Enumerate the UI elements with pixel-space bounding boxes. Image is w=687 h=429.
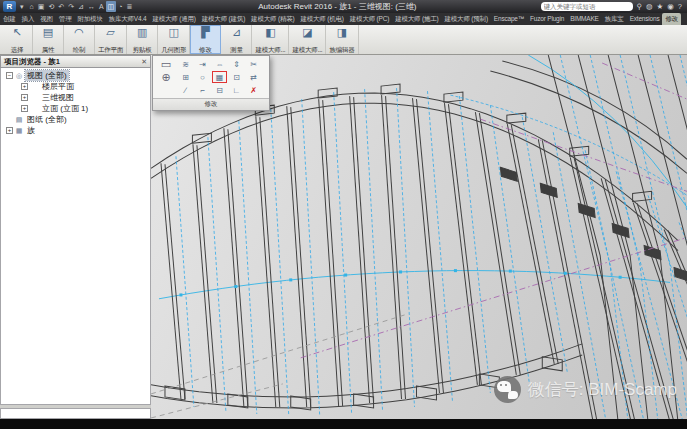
ribbon: ↖ 选择 ▤ 属性 ◠ 绘制 ▱ 工作平面 ▥ 剪贴板 ◫ 几何图形 ▛ 修改 … [0,25,687,55]
infocenter-search[interactable] [541,2,633,11]
qat-icon[interactable]: ▣ [36,1,47,12]
browser-tree-item[interactable]: − ◎ 视图 (全部) [1,70,150,81]
qat-icon[interactable]: ⊿ [76,1,86,12]
browser-tree-item[interactable]: + ▦ 族 [1,125,150,136]
ribbon-button-icon: ◫ [169,26,179,39]
qat-icon[interactable]: A [97,1,106,12]
qat-icon[interactable]: ↶ [56,1,66,12]
revit-window: R ▾ ⌂▣⟲↶↷⊿↔A◫◔≣ Autodesk Revit 2016 - 族1… [0,0,687,429]
ribbon-button-icon: ↖ [12,26,21,39]
tree-item-label: 族 [25,125,37,136]
ribbon-tab[interactable]: 视图 [37,13,56,25]
tree-expander-icon[interactable]: + [6,127,13,134]
infocenter-icon[interactable]: ◉ [665,2,676,11]
ribbon-panel-button[interactable]: ◧ 建模大师... [252,25,289,54]
qat-icon[interactable]: ↷ [66,1,76,12]
ribbon-tab[interactable]: 建模大师 (预制) [442,13,491,25]
browser-tree-item[interactable]: + 三维视图 [1,92,150,103]
modify-tool-icon[interactable]: ⊕ [156,71,176,83]
tree-expander-icon[interactable]: + [21,105,28,112]
ribbon-tab[interactable]: BIMMAKE [567,13,602,25]
modify-tool-icon[interactable]: ⊟ [212,84,227,96]
wechat-icon [494,376,521,403]
modify-tool-icon[interactable]: ∕ [178,84,193,96]
project-browser-header[interactable]: 项目浏览器 - 族1 ✕ [0,55,151,68]
ribbon-tab[interactable]: 创建 [0,13,19,25]
browser-tree-item[interactable]: + 立面 (立面 1) [1,103,150,114]
close-icon[interactable]: ✕ [141,58,147,66]
tree-expander-icon[interactable]: + [21,83,28,90]
browser-tree-item[interactable]: + 楼层平面 [1,81,150,92]
modify-tool-icon[interactable]: ⇔ [212,58,227,70]
ribbon-button-icon: ▱ [106,26,114,39]
search-input[interactable] [544,3,630,10]
infocenter-icon[interactable]: ? [676,2,684,11]
infocenter-icon[interactable]: ⚲ [635,2,645,11]
modify-tool-icon[interactable]: ∟ [229,84,244,96]
ribbon-panel-button[interactable]: ▱ 工作平面 [95,25,127,54]
app-menu-arrow-icon[interactable]: ▾ [18,1,26,12]
ribbon-tab[interactable]: 建模大师 (通用) [149,13,198,25]
modify-tool-icon[interactable]: ✗ [246,84,261,96]
modify-tool-icon[interactable]: ⌐ [195,84,210,96]
work-area: 项目浏览器 - 族1 ✕ − ◎ 视图 (全部) + 楼层平面 + 三维视图 [0,55,687,419]
ribbon-button-label: 族编辑器 [329,45,354,54]
ribbon-tab[interactable]: 建模大师 (PC) [347,13,392,25]
modify-tool-icon[interactable]: ▦ [212,71,227,83]
qat-icon[interactable]: ↔ [86,1,97,12]
ribbon-tab[interactable]: 族库宝 [602,13,627,25]
ribbon-button-icon: ◧ [265,26,275,39]
infocenter-icons: ⚲◍★◉? [635,2,685,11]
ribbon-button-label: 建模大师... [292,45,322,54]
infocenter-icon[interactable]: ★ [655,2,666,11]
qat-icon[interactable]: ◔ [116,1,124,12]
bottom-bar [0,419,687,429]
tree-expander-icon[interactable]: − [6,72,13,79]
tree-expander-icon[interactable] [6,116,13,123]
drawing-area[interactable]: ▭≋⇥⇔⇕✂⊕⊞○▦⊡⇄∕⌐⊟∟✗ 修改 微信号: BIM-Scamp [151,55,687,419]
qat-icon[interactable]: ⟲ [46,1,56,12]
tree-item-icon: ▦ [15,127,23,135]
modify-tool-icon[interactable]: ○ [195,71,210,83]
modify-tool-icon[interactable]: ⇄ [246,71,261,83]
ribbon-tab[interactable]: 建模大师 (精装) [248,13,297,25]
ribbon-panel-button[interactable]: ◪ 建模大师... [289,25,326,54]
ribbon-tab[interactable]: 修改 [662,13,681,25]
ribbon-panel-button[interactable]: ⊿ 测量 [221,25,252,54]
ribbon-tab[interactable]: Fuzor Plugin [527,13,567,25]
revit-logo-icon[interactable]: R [3,1,16,12]
modify-tool-icon[interactable]: ⊞ [178,71,193,83]
modify-tool-icon[interactable]: ✂ [246,58,261,70]
qat-icon[interactable]: ⌂ [28,1,36,12]
modify-tool-icon[interactable]: ≋ [178,58,193,70]
ribbon-panel-button[interactable]: ▤ 属性 [33,25,64,54]
qat-icon[interactable]: ◫ [106,1,117,12]
browser-tree-item[interactable]: ▤ 图纸 (全部) [1,114,150,125]
ribbon-panel-button[interactable]: ◨ 族编辑器 [326,25,358,54]
ribbon-tab[interactable]: 建模大师 (机电) [297,13,346,25]
modify-tool-icon[interactable]: ⇥ [195,58,210,70]
ribbon-tab[interactable]: 管理 [56,13,75,25]
modify-tool-icon[interactable]: ⊡ [229,71,244,83]
ribbon-tab[interactable]: 建模大师 (施工) [392,13,441,25]
ribbon-tab[interactable]: 插入 [19,13,38,25]
ribbon-button-label: 修改 [199,45,212,54]
modify-tool-icon[interactable]: ⇕ [229,58,244,70]
ribbon-panel-button[interactable]: ▥ 剪贴板 [127,25,158,54]
infocenter-icon[interactable]: ◍ [644,2,655,11]
ribbon-panel-button[interactable]: ▛ 修改 [190,25,221,54]
ribbon-tab[interactable]: Extensions [627,13,663,25]
ribbon-button-label: 测量 [230,45,243,54]
ribbon-tab[interactable]: 族库大师V4.4 [106,13,150,25]
ribbon-panel-button[interactable]: ↖ 选择 [2,25,33,54]
ribbon-panel-button[interactable]: ◠ 绘制 [64,25,95,54]
ribbon-tab[interactable]: Enscape™ [491,13,527,25]
tree-expander-icon[interactable]: + [21,94,28,101]
ribbon-button-label: 剪贴板 [133,45,152,54]
ribbon-panel-button[interactable]: ◫ 几何图形 [158,25,190,54]
ribbon-tab[interactable]: 建模大师 (建筑) [199,13,248,25]
modify-tool-icon[interactable]: ▭ [156,58,176,70]
modify-tool-icon[interactable] [156,84,176,96]
qat-icon[interactable]: ≣ [124,1,134,12]
ribbon-tab[interactable]: 附加模块 [74,13,105,25]
